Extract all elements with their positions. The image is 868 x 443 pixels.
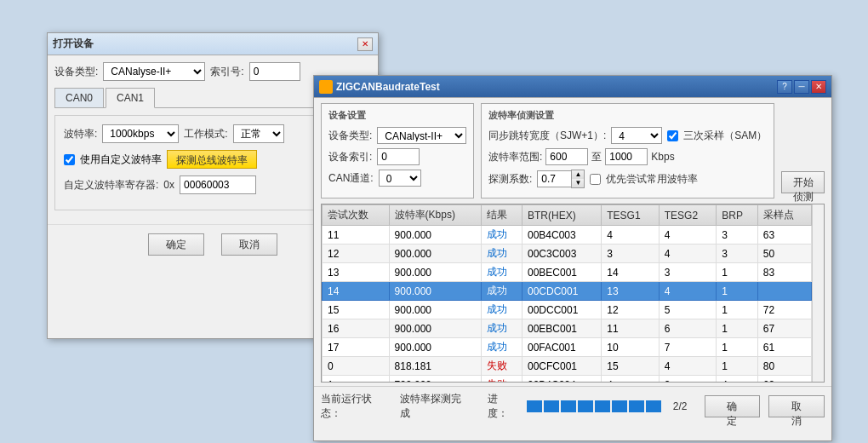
baud-cancel-button[interactable]: 取消 — [768, 395, 825, 417]
settings-panels: 设备设置 设备类型: CANalyst-II+ 设备索引: CAN通道: 0 波… — [314, 98, 831, 204]
cell-baud: 900.000 — [389, 338, 482, 357]
table-row[interactable]: 16 900.000 成功 00EBC001 11 6 1 67 — [323, 319, 812, 338]
cell-result: 失败 — [482, 357, 523, 376]
cancel-button[interactable]: 取消 — [221, 233, 277, 256]
tab-can1[interactable]: CAN1 — [106, 88, 155, 108]
baud-range-from[interactable] — [545, 148, 588, 165]
close-baud-button[interactable]: ✕ — [811, 80, 826, 94]
sample-label: 三次采样（SAM） — [683, 129, 767, 143]
table-row[interactable]: 14 900.000 成功 00CDC001 13 4 1 — [323, 282, 812, 301]
table-row[interactable]: 17 900.000 成功 00FAC001 10 7 1 61 — [323, 338, 812, 357]
progress-segment — [612, 400, 627, 412]
cell-tesg2: 3 — [659, 376, 716, 383]
prefer-common-checkbox[interactable] — [590, 174, 601, 185]
cell-tesg1: 15 — [602, 357, 659, 376]
baud-settings-title: 波特率侦测设置 — [488, 109, 767, 122]
confirm-button[interactable]: 确定 — [148, 233, 204, 256]
col-tesg2: TESG2 — [659, 205, 716, 226]
prefer-common-label: 优先尝试常用波特率 — [606, 172, 698, 187]
cell-baud: 900.000 — [389, 301, 482, 319]
coeff-down-button[interactable]: ▼ — [572, 179, 584, 187]
cell-brp: 1 — [717, 263, 758, 282]
col-btr: BTR(HEX) — [523, 205, 602, 226]
index-label: 索引号: — [210, 65, 243, 79]
baud-confirm-button[interactable]: 确定 — [705, 395, 761, 417]
table-row[interactable]: 1 720.000 失败 00B4C004 4 3 4 63 — [323, 376, 812, 383]
device-settings-title: 设备设置 — [328, 109, 466, 122]
cell-tesg2: 4 — [659, 282, 716, 301]
coeff-up-button[interactable]: ▲ — [572, 170, 584, 179]
cell-result: 成功 — [482, 319, 523, 338]
can-channel-row: CAN通道: 0 — [328, 170, 466, 187]
table-scrollbar[interactable] — [812, 204, 824, 382]
baud-range-to[interactable] — [605, 148, 648, 165]
cell-result: 成功 — [482, 338, 523, 357]
cell-tesg2: 7 — [659, 338, 716, 357]
cell-tesg1: 3 — [602, 245, 659, 263]
cell-attempt: 14 — [323, 282, 390, 301]
index-input[interactable] — [249, 62, 300, 81]
cell-attempt: 16 — [323, 319, 390, 338]
baud-rate-label: 波特率: — [64, 127, 97, 141]
cell-tesg2: 3 — [659, 263, 716, 282]
coeff-row: 探测系数: ▲ ▼ 优先尝试常用波特率 — [488, 170, 767, 188]
table-row[interactable]: 0 818.181 失败 00CFC001 15 4 1 80 — [323, 357, 812, 376]
progress-count: 2/2 — [673, 400, 688, 412]
table-row[interactable]: 15 900.000 成功 00DCC001 12 5 1 72 — [323, 301, 812, 319]
device-type-select[interactable]: CANalyse-II+ — [103, 62, 205, 81]
coeff-input[interactable] — [537, 170, 571, 187]
open-device-title: 打开设备 — [53, 37, 94, 51]
progress-segment — [578, 400, 593, 412]
coeff-label: 探测系数: — [488, 172, 532, 187]
can-channel-select[interactable]: 0 — [379, 170, 421, 187]
progress-segment — [544, 400, 559, 412]
progress-segment — [629, 400, 644, 412]
cell-attempt: 12 — [323, 245, 390, 263]
start-detect-button[interactable]: 开始侦测 — [781, 171, 825, 193]
table-row[interactable]: 12 900.000 成功 00C3C003 3 4 3 50 — [323, 245, 812, 263]
cell-result: 成功 — [482, 301, 523, 319]
table-row[interactable]: 11 900.000 成功 00B4C003 4 4 3 63 — [323, 226, 812, 245]
cell-brp: 1 — [717, 282, 758, 301]
col-sample: 采样点 — [757, 205, 811, 226]
baud-device-index-input[interactable] — [377, 148, 420, 165]
open-device-title-text: 打开设备 — [53, 37, 94, 51]
tab-can0[interactable]: CAN0 — [54, 88, 104, 107]
help-button[interactable]: ? — [777, 80, 792, 94]
cell-btr: 00FAC001 — [523, 338, 602, 357]
close-button[interactable]: ✕ — [357, 37, 373, 51]
status-value: 波特率探测完成 — [400, 392, 471, 421]
cell-brp: 3 — [717, 245, 758, 263]
cell-result: 成功 — [482, 245, 523, 263]
cell-sample: 72 — [757, 301, 811, 319]
custom-baud-label: 自定义波特率寄存器: — [64, 178, 158, 193]
progress-label: 进度： — [488, 392, 518, 421]
cell-tesg1: 14 — [602, 263, 659, 282]
work-mode-select[interactable]: 正常 — [233, 124, 284, 143]
progress-segment — [561, 400, 576, 412]
table-row[interactable]: 13 900.000 成功 00BEC001 14 3 1 83 — [323, 263, 812, 282]
use-custom-baud-checkbox[interactable] — [64, 154, 75, 165]
minimize-button[interactable]: ─ — [794, 80, 809, 94]
coeff-spinner: ▲ ▼ — [537, 170, 585, 188]
status-label: 当前运行状态： — [321, 392, 391, 421]
baud-data-table: 尝试次数 波特率(Kbps) 结果 BTR(HEX) TESG1 TESG2 B… — [322, 204, 812, 382]
baud-device-type-select[interactable]: CANalyst-II+ — [377, 127, 466, 144]
col-result: 结果 — [482, 205, 523, 226]
progress-segment — [527, 400, 542, 412]
cell-tesg2: 5 — [659, 301, 716, 319]
cell-baud: 900.000 — [389, 245, 482, 263]
explore-baud-button[interactable]: 探测总线波特率 — [167, 150, 257, 169]
cell-btr: 00DCC001 — [523, 301, 602, 319]
cell-btr: 00CFC001 — [523, 357, 602, 376]
cell-baud: 900.000 — [389, 319, 482, 338]
open-device-title-bar: 打开设备 ✕ — [48, 33, 378, 55]
custom-baud-input[interactable] — [180, 175, 256, 194]
sample-checkbox[interactable] — [667, 130, 678, 141]
cell-attempt: 0 — [323, 357, 390, 376]
baud-device-index-label: 设备索引: — [328, 150, 372, 164]
cell-tesg1: 12 — [602, 301, 659, 319]
cell-tesg1: 11 — [602, 319, 659, 338]
baud-rate-select[interactable]: 1000kbps — [102, 124, 179, 143]
sjw-select[interactable]: 4 — [611, 127, 662, 144]
